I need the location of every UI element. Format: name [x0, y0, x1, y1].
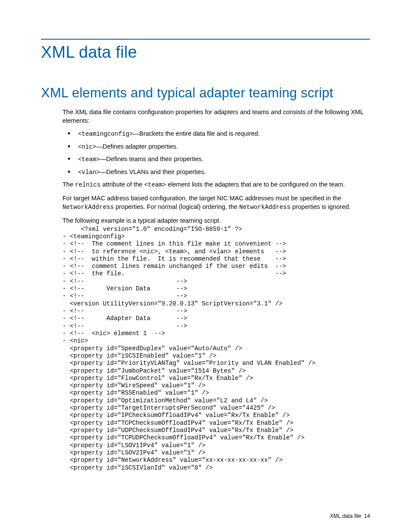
element-list: <teamingconfig>—Brackets the entire data…	[62, 129, 370, 177]
page-number: 14	[364, 513, 370, 519]
element-tag: <vlan>	[78, 169, 100, 176]
relnics-paragraph: The relnics attribute of the <team> elem…	[62, 180, 370, 190]
example-intro: The following example is a typical adapt…	[62, 216, 370, 225]
intro-paragraph: The XML data file contains configuration…	[62, 108, 370, 125]
element-tag: <team>	[78, 156, 100, 163]
footer-label: XML data file	[330, 513, 361, 519]
body-content: The XML data file contains configuration…	[62, 108, 370, 472]
inline-code: NetworkAddress	[239, 204, 290, 211]
page: XML data file XML elements and typical a…	[0, 0, 411, 532]
element-tag: <teamingconfig>	[78, 131, 133, 137]
element-tag: <nic>	[78, 143, 97, 150]
element-description: —Defines teams and their properties.	[100, 156, 203, 162]
text-run: attribute of the	[101, 181, 144, 188]
list-item: <vlan>—Defines VLANs and their propertie…	[62, 168, 370, 177]
inline-code: <team>	[144, 181, 166, 188]
section-heading: XML elements and typical adapter teaming…	[41, 85, 370, 101]
page-footer: XML data file 14	[330, 513, 370, 519]
mac-paragraph: For target MAC address based configurati…	[62, 194, 370, 212]
list-item: <team>—Defines teams and their propertie…	[62, 155, 370, 164]
xml-code-block: <?xml version="1.0" encoding="ISO-8859-1…	[62, 226, 370, 472]
list-item: <teamingconfig>—Brackets the entire data…	[62, 129, 370, 139]
text-run: The	[62, 181, 75, 188]
element-description: —Defines adapter properties.	[97, 143, 178, 150]
text-run: element lists the adapters that are to b…	[166, 181, 345, 188]
text-run: properties is ignored.	[290, 203, 350, 210]
element-description: —Defines VLANs and their properties.	[100, 168, 206, 175]
inline-code: NetworkAddress	[62, 204, 114, 211]
list-item: <nic>—Defines adapter properties.	[62, 142, 370, 152]
page-title: XML data file	[41, 43, 370, 62]
element-description: —Brackets the entire data file and is re…	[133, 130, 260, 137]
header-rule	[41, 39, 370, 40]
text-run: For target MAC address based configurati…	[62, 195, 341, 202]
text-run: properties. For normal (logical) orderin…	[114, 203, 239, 210]
inline-code: relnics	[75, 181, 101, 188]
